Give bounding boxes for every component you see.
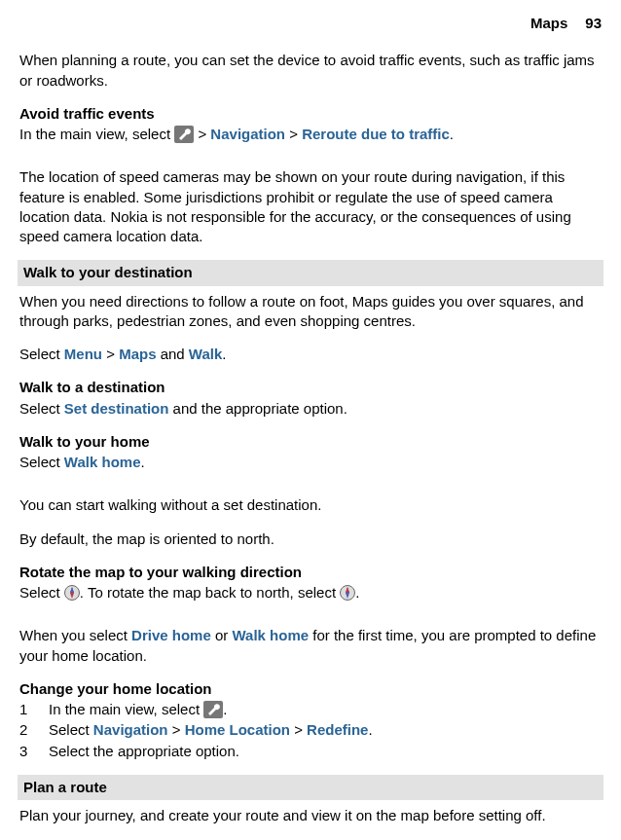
text: . [368, 721, 372, 738]
text: In the main view, select [49, 701, 203, 717]
text: > [168, 721, 185, 738]
text: Select [49, 721, 93, 738]
menu-ref-redefine: Redefine [307, 721, 368, 738]
wrench-icon [203, 701, 223, 718]
step-body: In the main view, select . [49, 700, 602, 719]
change-home-heading: Change your home location [19, 679, 602, 699]
menu-ref-set-destination: Set destination [64, 400, 169, 417]
step-body: Select Navigation > Home Location > Rede… [49, 720, 602, 740]
list-item: 3 Select the appropriate option. [19, 742, 602, 761]
list-item: 1 In the main view, select . [19, 700, 602, 719]
section-plan: Plan a route [18, 775, 603, 800]
text: and the appropriate option. [168, 400, 347, 417]
text: . [450, 126, 454, 142]
text: and [156, 346, 188, 362]
step-number: 1 [19, 700, 49, 719]
wrench-icon [174, 126, 194, 143]
text: or [211, 627, 233, 643]
text: . [222, 346, 226, 362]
menu-ref-walk-home-2: Walk home [232, 627, 309, 643]
menu-ref-menu: Menu [64, 346, 102, 362]
step-body: Select the appropriate option. [49, 742, 602, 761]
walk-dest-heading: Walk to a destination [19, 378, 602, 397]
rotate-heading: Rotate the map to your walking direction [19, 563, 602, 582]
compass-icon [64, 585, 80, 601]
text: > [290, 721, 307, 738]
change-home-steps: 1 In the main view, select . 2 Select Na… [19, 700, 602, 761]
walk-nodest-note: You can start walking without a set dest… [19, 495, 602, 515]
text: Select [19, 346, 64, 362]
menu-ref-maps: Maps [119, 346, 156, 362]
step-number: 2 [19, 720, 49, 740]
text: Select [19, 400, 64, 417]
rotate-body: Select . To rotate the map back to north… [19, 583, 602, 603]
speed-camera-note: The location of speed cameras may be sho… [19, 167, 602, 246]
intro-paragraph: When planning a route, you can set the d… [19, 51, 602, 91]
walk-home-body: Select Walk home. [19, 453, 602, 472]
text: > [289, 126, 302, 142]
step-number: 3 [19, 742, 49, 761]
text: . [223, 701, 227, 717]
menu-ref-walk: Walk [189, 346, 222, 362]
walk-select-line: Select Menu > Maps and Walk. [19, 345, 602, 364]
menu-ref-navigation-2: Navigation [93, 721, 168, 738]
plan-intro: Plan your journey, and create your route… [19, 806, 602, 825]
walk-orient-note: By default, the map is oriented to north… [19, 530, 602, 549]
walk-intro: When you need directions to follow a rou… [19, 292, 602, 332]
text: Select [19, 454, 64, 470]
drive-home-prompt: When you select Drive home or Walk home … [19, 626, 602, 666]
menu-ref-walk-home: Walk home [64, 454, 141, 470]
menu-ref-home-location: Home Location [185, 721, 290, 738]
text: In the main view, select [19, 126, 174, 142]
menu-ref-navigation: Navigation [210, 126, 285, 142]
menu-ref-drive-home: Drive home [131, 627, 211, 643]
walk-dest-body: Select Set destination and the appropria… [19, 399, 602, 419]
text: Select [19, 584, 64, 601]
menu-ref-reroute: Reroute due to traffic [302, 126, 450, 142]
text: . [355, 584, 359, 601]
header-section: Maps [530, 14, 567, 33]
compass-north-icon [340, 585, 355, 601]
text: > [102, 346, 119, 362]
avoid-traffic-heading: Avoid traffic events [19, 104, 602, 124]
text: When you select [19, 627, 131, 643]
avoid-traffic-body: In the main view, select > Navigation > … [19, 125, 602, 144]
text: . [141, 454, 145, 470]
section-walk: Walk to your destination [18, 260, 603, 285]
text: . To rotate the map back to north, selec… [80, 584, 340, 601]
text: > [198, 126, 210, 142]
page-header: Maps 93 [19, 14, 602, 33]
walk-home-heading: Walk to your home [19, 432, 602, 452]
list-item: 2 Select Navigation > Home Location > Re… [19, 720, 602, 740]
header-page-number: 93 [585, 14, 602, 33]
